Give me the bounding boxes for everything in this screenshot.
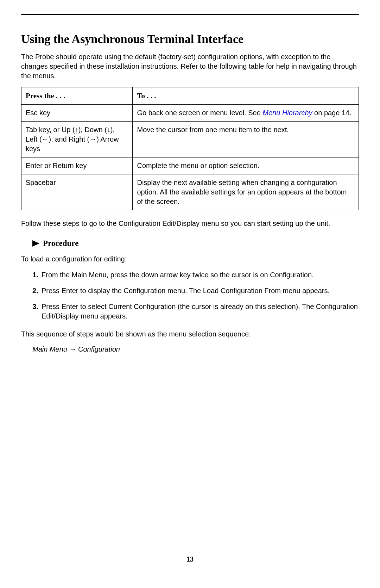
menu-hierarchy-link[interactable]: Menu Hierarchy (262, 109, 312, 117)
triangle-right-icon (32, 240, 39, 247)
step-text: Press Enter to select Current Configurat… (42, 302, 359, 321)
follow-steps-text: Follow these steps to go to the Configur… (21, 219, 359, 228)
step-text: From the Main Menu, press the down arrow… (42, 270, 359, 280)
step-text: Press Enter to display the Configuration… (42, 286, 359, 296)
table-row: Tab key, or Up (↑), Down (↓), Left (←), … (21, 122, 359, 157)
procedure-title: Procedure (43, 239, 78, 248)
page-number: 13 (186, 555, 194, 563)
procedure-list: 1. From the Main Menu, press the down ar… (21, 270, 359, 321)
cell-press: Esc key (21, 105, 133, 122)
table-header-press: Press the . . . (21, 87, 133, 105)
cell-press: Tab key, or Up (↑), Down (↓), Left (←), … (21, 122, 133, 157)
list-item: 2. Press Enter to display the Configurat… (32, 286, 359, 296)
page-title: Using the Asynchronous Terminal Interfac… (21, 32, 359, 46)
procedure-intro: To load a configuration for editing: (21, 254, 359, 264)
cell-to: Display the next available setting when … (133, 174, 359, 210)
intro-paragraph: The Probe should operate using the defau… (21, 52, 359, 81)
cell-press: Spacebar (21, 174, 133, 210)
list-item: 3. Press Enter to select Current Configu… (32, 302, 359, 321)
table-row: Esc key Go back one screen or menu level… (21, 105, 359, 122)
menu-path: Main Menu → Configuration (32, 345, 359, 353)
cell-to: Complete the menu or option selection. (133, 157, 359, 174)
table-row: Enter or Return key Complete the menu or… (21, 157, 359, 174)
table-row: Spacebar Display the next available sett… (21, 174, 359, 210)
cell-to: Go back one screen or menu level. See Me… (133, 105, 359, 122)
step-number: 1. (32, 270, 42, 280)
navigation-table: Press the . . . To . . . Esc key Go back… (21, 87, 359, 210)
table-header-to: To . . . (133, 87, 359, 105)
step-number: 3. (32, 302, 42, 321)
list-item: 1. From the Main Menu, press the down ar… (32, 270, 359, 280)
sequence-label: This sequence of steps would be shown as… (21, 329, 359, 339)
top-rule (21, 14, 359, 15)
cell-press: Enter or Return key (21, 157, 133, 174)
cell-to: Move the cursor from one menu item to th… (133, 122, 359, 157)
procedure-header: Procedure (32, 239, 359, 248)
step-number: 2. (32, 286, 42, 296)
